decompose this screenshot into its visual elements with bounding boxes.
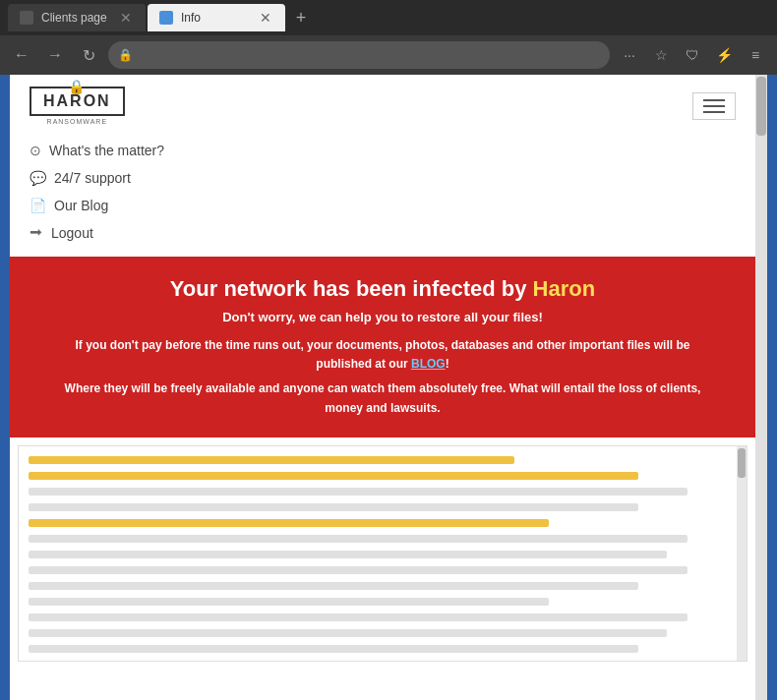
- tab-title-1: Clients page: [41, 11, 107, 25]
- new-tab-button[interactable]: +: [287, 4, 315, 31]
- text-line-14: [29, 661, 687, 662]
- tab-favicon-2: [159, 11, 173, 25]
- page-content: HTC 🔒 HARON RANSOMWARE: [10, 75, 767, 700]
- alert-body-line1: If you don't pay before the time runs ou…: [39, 336, 726, 374]
- text-line-2: [29, 472, 638, 480]
- shield-button[interactable]: 🛡: [679, 41, 706, 69]
- text-line-9: [29, 582, 638, 590]
- tab-bar: Clients page ✕ Info ✕ +: [0, 0, 777, 35]
- text-line-7: [29, 551, 667, 558]
- text-line-12: [29, 629, 667, 637]
- logo-icon: 🔒: [68, 79, 87, 94]
- text-line-10: [29, 598, 549, 606]
- alert-title: Your network has been infected by Haron: [39, 276, 726, 302]
- alert-body: If you don't pay before the time runs ou…: [39, 336, 726, 418]
- nav-label-blog: Our Blog: [54, 198, 108, 213]
- site-header: 🔒 HARON RANSOMWARE: [10, 75, 755, 137]
- alert-subtitle: Don't worry, we can help you to restore …: [39, 310, 726, 324]
- logo-box: 🔒 HARON: [30, 87, 125, 116]
- nav-label-logout: Logout: [51, 225, 93, 241]
- tab-title-2: Info: [181, 11, 201, 25]
- address-bar-row: ← → ↻ 🔒 ··· ☆ 🛡 ⚡ ≡: [0, 35, 777, 75]
- blog-link[interactable]: BLOG: [411, 357, 446, 371]
- page-inner: HTC 🔒 HARON RANSOMWARE: [10, 75, 755, 700]
- forward-button[interactable]: →: [41, 41, 69, 69]
- alert-brand-name: Haron: [533, 276, 596, 301]
- more-options-button[interactable]: ···: [616, 41, 643, 69]
- tab-favicon-1: [20, 11, 33, 25]
- hamburger-line-1: [703, 99, 725, 101]
- nav-item-logout[interactable]: ⮕ Logout: [30, 219, 736, 247]
- browser-window: Clients page ✕ Info ✕ + ← → ↻ 🔒 ··· ☆ 🛡 …: [0, 0, 777, 700]
- address-bar[interactable]: 🔒: [108, 41, 610, 69]
- logo-text: HARON: [43, 92, 111, 109]
- site-logo: 🔒 HARON RANSOMWARE: [30, 87, 125, 125]
- text-line-4: [29, 503, 638, 511]
- alert-banner: Your network has been infected by Haron …: [10, 257, 755, 438]
- logout-icon: ⮕: [30, 225, 43, 241]
- menu-button[interactable]: ≡: [742, 41, 769, 69]
- extension-button[interactable]: ⚡: [710, 41, 738, 69]
- nav-label-whats-matter: What's the matter?: [49, 143, 164, 158]
- lock-icon: 🔒: [118, 48, 133, 62]
- refresh-button[interactable]: ↻: [75, 41, 102, 69]
- content-text-area: [18, 445, 747, 662]
- chat-icon: 💬: [30, 170, 46, 186]
- text-line-11: [29, 613, 687, 621]
- alert-body-line2: Where they will be freely available and …: [39, 379, 726, 417]
- content-scrollbar[interactable]: [737, 446, 747, 661]
- tab-close-2[interactable]: ✕: [258, 10, 273, 26]
- content-scrollbar-thumb: [738, 448, 746, 478]
- site-nav: ⊙ What's the matter? 💬 24/7 support 📄 Ou…: [10, 137, 755, 257]
- question-icon: ⊙: [30, 143, 41, 158]
- text-lines: [29, 456, 737, 662]
- toolbar-icons: ··· ☆ 🛡 ⚡ ≡: [616, 41, 769, 69]
- text-line-6: [29, 535, 687, 543]
- text-line-13: [29, 645, 638, 653]
- nav-item-whats-matter[interactable]: ⊙ What's the matter?: [30, 137, 736, 164]
- tab-clients-page[interactable]: Clients page ✕: [8, 4, 146, 31]
- nav-label-support: 24/7 support: [54, 170, 131, 186]
- hamburger-line-2: [703, 105, 725, 107]
- hamburger-line-3: [703, 111, 725, 113]
- back-button[interactable]: ←: [8, 41, 35, 69]
- logo-sub: RANSOMWARE: [47, 118, 107, 125]
- text-line-3: [29, 488, 687, 496]
- text-line-5: [29, 519, 549, 527]
- text-line-8: [29, 566, 687, 574]
- bookmark-button[interactable]: ☆: [647, 41, 675, 69]
- page-scrollbar[interactable]: [755, 75, 767, 700]
- page-scrollbar-thumb: [756, 77, 766, 136]
- hamburger-button[interactable]: [692, 92, 736, 120]
- blog-icon: 📄: [30, 198, 46, 213]
- text-line-1: [29, 456, 514, 464]
- tab-close-1[interactable]: ✕: [118, 10, 134, 26]
- nav-item-support[interactable]: 💬 24/7 support: [30, 164, 736, 192]
- nav-item-blog[interactable]: 📄 Our Blog: [30, 192, 736, 219]
- tab-info[interactable]: Info ✕: [148, 4, 285, 31]
- alert-title-prefix: Your network has been infected by: [170, 276, 533, 301]
